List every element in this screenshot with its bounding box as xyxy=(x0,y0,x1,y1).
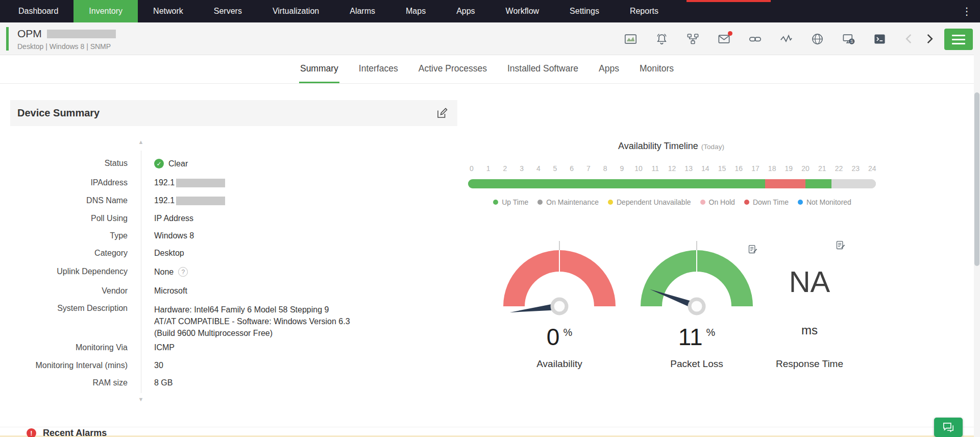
hour-label: 7 xyxy=(582,164,595,173)
tab-installed-software[interactable]: Installed Software xyxy=(506,55,579,83)
nav-item-servers[interactable]: Servers xyxy=(199,0,257,22)
device-toolbar: S xyxy=(624,22,887,55)
field-value: ✓ Clear xyxy=(154,159,188,168)
help-icon[interactable]: ? xyxy=(178,267,188,277)
timeline-segment-down xyxy=(765,179,805,188)
hour-label: 0 xyxy=(465,164,478,173)
field-row-monitoring-interval: Monitoring Interval (mins) 30 xyxy=(10,361,457,373)
hour-label: 11 xyxy=(649,164,662,173)
field-label: Uplink Dependency xyxy=(10,267,128,276)
tab-active-processes[interactable]: Active Processes xyxy=(418,55,488,83)
timeline-title: Availability Timeline(Today) xyxy=(518,141,824,152)
tab-apps[interactable]: Apps xyxy=(598,55,620,83)
kebab-menu-icon[interactable]: ⋮ xyxy=(959,0,975,22)
field-label: Status xyxy=(10,159,128,168)
timeline-legend: Up Time On Maintenance Dependent Unavail… xyxy=(443,198,902,206)
field-value: Windows 8 xyxy=(154,231,194,240)
email-icon[interactable] xyxy=(717,32,731,46)
hamburger-line xyxy=(952,35,965,36)
field-row-vendor: Vendor Microsoft xyxy=(10,286,457,299)
redacted-value xyxy=(176,179,225,187)
device-summary-title: Device Summary xyxy=(17,107,100,119)
device-badge-icon[interactable]: S xyxy=(842,32,855,46)
terminal-icon[interactable] xyxy=(873,32,887,46)
hour-label: 22 xyxy=(832,164,845,173)
nav-item-network[interactable]: Network xyxy=(138,0,199,22)
hour-label: 23 xyxy=(849,164,862,173)
nav-item-workflow[interactable]: Workflow xyxy=(491,0,555,22)
chevron-left-icon[interactable] xyxy=(902,32,917,46)
field-value: ICMP xyxy=(154,343,175,352)
field-label: Type xyxy=(10,231,128,240)
hour-label: 10 xyxy=(632,164,645,173)
device-header: OPM Desktop | Windows 8 | SNMP xyxy=(0,22,980,55)
report-icon[interactable] xyxy=(835,240,846,251)
scroll-down-icon[interactable]: ▼ xyxy=(137,396,145,402)
field-value: Hardware: Intel64 Family 6 Model 58 Step… xyxy=(154,304,374,339)
redacted-device-name xyxy=(47,30,116,38)
tab-summary[interactable]: Summary xyxy=(299,55,339,83)
field-row-monitoring-via: Monitoring Via ICMP xyxy=(10,343,457,355)
dependency-link-icon[interactable] xyxy=(748,32,762,46)
field-row-ipaddress: IPAddress 192.1 xyxy=(10,178,457,190)
hour-label: 8 xyxy=(599,164,612,173)
nav-item-apps[interactable]: Apps xyxy=(441,0,490,22)
scroll-up-icon[interactable]: ▲ xyxy=(137,139,145,145)
topology-icon[interactable] xyxy=(686,32,700,46)
field-value: None ? xyxy=(154,267,188,277)
tab-interfaces[interactable]: Interfaces xyxy=(358,55,399,83)
scrollbar-thumb[interactable] xyxy=(974,92,979,266)
nav-item-virtualization[interactable]: Virtualization xyxy=(257,0,334,22)
device-summary-header: Device Summary xyxy=(10,100,457,126)
legend-dot-on-maintenance xyxy=(537,200,543,205)
hour-label: 21 xyxy=(816,164,829,173)
opmanager-app: Dashboard Inventory Network Servers Virt… xyxy=(0,0,980,437)
tab-monitors[interactable]: Monitors xyxy=(639,55,675,83)
response-time-value: NA xyxy=(743,264,876,299)
timeline-segment-remaining xyxy=(831,179,876,188)
hour-label: 17 xyxy=(749,164,762,173)
hour-label: 24 xyxy=(866,164,879,173)
field-label: System Description xyxy=(10,304,128,313)
edit-icon[interactable] xyxy=(436,107,448,119)
chat-button[interactable] xyxy=(934,418,963,437)
field-label: Monitoring Interval (mins) xyxy=(10,361,128,370)
legend-dot-down-time xyxy=(744,200,749,205)
field-value: Desktop xyxy=(154,249,184,258)
hamburger-line xyxy=(952,39,965,40)
top-nav: Dashboard Inventory Network Servers Virt… xyxy=(0,0,980,22)
device-tabs: Summary Interfaces Active Processes Inst… xyxy=(0,55,974,84)
hour-label: 20 xyxy=(799,164,812,173)
timeline-hour-labels: 0 1 2 3 4 5 6 7 8 9 10 11 12 13 14 15 16… xyxy=(465,164,879,173)
availability-value: 0% xyxy=(493,323,626,351)
performance-chart-icon[interactable] xyxy=(624,32,638,46)
nav-item-inventory[interactable]: Inventory xyxy=(74,0,138,22)
nav-item-alarms[interactable]: Alarms xyxy=(334,0,390,22)
legend-dot-on-hold xyxy=(700,200,705,205)
nav-item-settings[interactable]: Settings xyxy=(554,0,615,22)
hour-label: 5 xyxy=(549,164,562,173)
nav-item-dashboard[interactable]: Dashboard xyxy=(3,0,74,22)
hamburger-menu-button[interactable] xyxy=(944,29,973,50)
field-label: DNS Name xyxy=(10,196,128,205)
alarm-bell-icon[interactable] xyxy=(655,32,669,46)
field-value: 192.1 xyxy=(154,196,225,205)
hour-label: 12 xyxy=(665,164,678,173)
report-icon[interactable] xyxy=(747,244,758,255)
hour-label: 16 xyxy=(732,164,745,173)
redacted-value xyxy=(176,197,225,205)
nav-item-maps[interactable]: Maps xyxy=(390,0,441,22)
hour-label: 18 xyxy=(766,164,779,173)
response-graph-icon[interactable] xyxy=(779,32,793,46)
notification-strip xyxy=(687,0,771,2)
nav-item-reports[interactable]: Reports xyxy=(615,0,674,22)
legend-item: On Hold xyxy=(700,198,735,206)
field-label: Category xyxy=(10,249,128,258)
timeline-segment-up xyxy=(805,179,831,188)
globe-icon[interactable] xyxy=(811,32,824,46)
chevron-right-icon[interactable] xyxy=(922,32,936,46)
field-value: 192.1 xyxy=(154,178,225,187)
field-row-poll-using: Poll Using IP Address xyxy=(10,214,457,226)
scrollbar-track[interactable] xyxy=(974,22,980,437)
field-label: Vendor xyxy=(10,286,128,296)
